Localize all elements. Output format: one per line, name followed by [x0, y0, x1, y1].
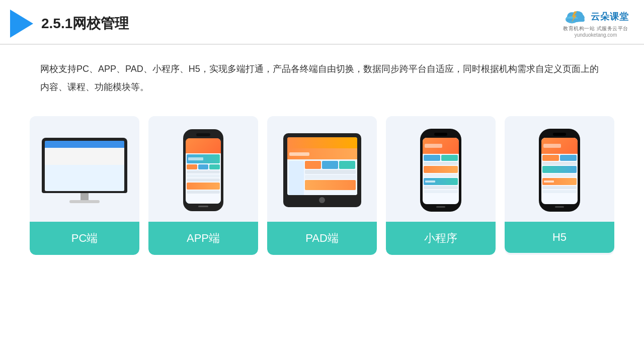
- logo-sub: 教育机构一站 式服务云平台: [563, 25, 628, 32]
- cloud-icon: [562, 9, 588, 24]
- logo-area: 云朵课堂 教育机构一站 式服务云平台 yunduoketang.com: [562, 9, 629, 38]
- card-h5-image: [505, 116, 614, 222]
- description-text: 网校支持PC、APP、PAD、小程序、H5，实现多端打通，产品各终端自由切换，数…: [0, 45, 644, 101]
- h5-notch: [553, 133, 566, 136]
- logo-url: yunduoketang.com: [575, 32, 617, 38]
- h5-phone-body: [539, 129, 580, 212]
- h5-screen: [541, 138, 578, 204]
- miniprogram-home: [436, 206, 445, 208]
- phone-screen-content: [186, 153, 221, 204]
- cards-container: PC端: [0, 101, 644, 265]
- pc-base: [69, 200, 100, 203]
- tablet-screen: [287, 137, 357, 195]
- pc-stand: [80, 193, 89, 200]
- card-pc-image: [30, 116, 139, 222]
- card-pad: PAD端: [267, 116, 377, 255]
- play-icon: [10, 10, 33, 38]
- miniprogram-notch: [434, 133, 447, 136]
- card-app-label: APP端: [148, 222, 258, 255]
- card-h5: H5: [505, 116, 614, 255]
- card-pc: PC端: [30, 116, 139, 255]
- pc-screen-outer: [42, 138, 127, 193]
- phone-mockup: [183, 129, 223, 211]
- miniprogram-screen: [423, 138, 459, 204]
- phone-home-button: [198, 206, 208, 207]
- tablet-body: [283, 133, 361, 207]
- phone-body: [183, 129, 223, 211]
- page-header: 2.5.1网校管理 云朵课堂 教育机构一站 式服务云平台 yunduoketan…: [0, 0, 644, 45]
- card-app: APP端: [148, 116, 258, 255]
- header-left: 2.5.1网校管理: [10, 10, 129, 38]
- h5-phone-mockup: [539, 129, 580, 212]
- card-pad-label: PAD端: [267, 222, 377, 255]
- phone-screen: [186, 138, 221, 204]
- card-app-image: [148, 116, 258, 222]
- svg-rect-6: [567, 19, 585, 22]
- pc-screen-inner: [45, 141, 124, 191]
- card-miniprogram-image: [386, 116, 496, 222]
- logo-cloud: 云朵课堂: [562, 9, 629, 24]
- card-miniprogram-label: 小程序: [386, 222, 496, 255]
- card-h5-label: H5: [505, 222, 614, 253]
- card-pad-image: [267, 116, 377, 222]
- pc-mockup: [42, 138, 127, 203]
- miniprogram-phone-mockup: [420, 129, 461, 212]
- logo-text: 云朵课堂: [591, 11, 629, 23]
- card-pc-label: PC端: [30, 222, 139, 255]
- tablet-mockup: [283, 133, 361, 207]
- page-title: 2.5.1网校管理: [41, 14, 129, 33]
- tablet-home-button: [319, 197, 325, 203]
- h5-home: [555, 206, 564, 208]
- phone-notch: [196, 133, 210, 136]
- miniprogram-phone-body: [420, 129, 461, 212]
- card-miniprogram: 小程序: [386, 116, 496, 255]
